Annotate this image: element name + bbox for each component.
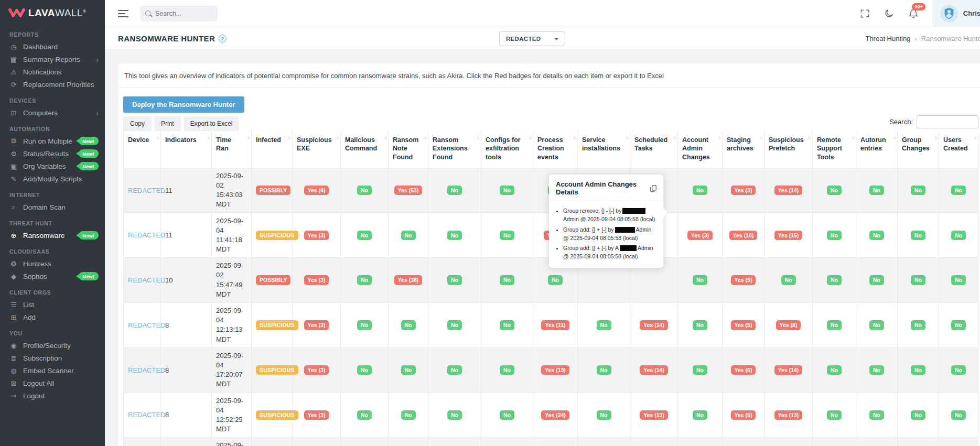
- status-badge-alert[interactable]: Yes (11): [541, 320, 569, 330]
- status-badge-alert[interactable]: Yes (38): [394, 275, 423, 285]
- notifications-bell-icon[interactable]: 99+: [908, 8, 919, 19]
- copy-icon[interactable]: [650, 185, 656, 192]
- sidebar-item-logout-all[interactable]: ⊠Logout All: [0, 377, 105, 389]
- device-link[interactable]: REDACTED: [128, 231, 166, 239]
- sort-icon[interactable]: ↑↓: [384, 135, 386, 142]
- status-badge-alert[interactable]: Yes (53): [394, 186, 423, 195]
- status-badge-alert[interactable]: Yes (3): [304, 275, 329, 285]
- sidebar-item-list[interactable]: ☰List: [0, 298, 105, 311]
- device-link[interactable]: REDACTED: [128, 366, 166, 374]
- status-badge-alert[interactable]: Yes (3): [304, 231, 329, 241]
- sidebar-item-org-variables[interactable]: ▣Org VariablesNew!: [0, 160, 105, 172]
- copy-button[interactable]: Copy: [123, 116, 152, 131]
- sidebar-item-computers[interactable]: ⊡Computers›: [0, 106, 105, 119]
- sidebar-item-profile-security[interactable]: ◉Profile/Security: [0, 339, 105, 352]
- status-badge-alert[interactable]: Yes (5): [731, 320, 756, 330]
- status-badge-alert[interactable]: Yes (14): [774, 186, 803, 195]
- status-badge-alert[interactable]: Yes (8): [776, 320, 801, 330]
- sort-icon[interactable]: ↑↓: [974, 135, 976, 142]
- org-dropdown[interactable]: REDACTED: [499, 31, 565, 46]
- status-badge-alert[interactable]: SUSPICIOUS: [256, 231, 298, 241]
- status-badge-alert[interactable]: Yes (3): [687, 231, 713, 241]
- global-search[interactable]: [140, 6, 218, 21]
- sidebar-item-dashboard[interactable]: ◷Dashboard: [0, 40, 105, 53]
- sort-icon[interactable]: ↑↓: [207, 135, 210, 142]
- status-badge-alert[interactable]: Yes (13): [541, 365, 569, 375]
- dark-mode-moon-icon[interactable]: [884, 8, 894, 18]
- column-header-infected[interactable]: Infected↑↓: [252, 131, 293, 168]
- sort-icon[interactable]: ↑↓: [529, 135, 531, 142]
- sort-icon[interactable]: ↑↓: [156, 135, 159, 142]
- column-header-autorun-entries[interactable]: Autorun entries↑↓: [856, 131, 898, 168]
- column-header-suspicious-prefetch[interactable]: Suspicious Prefetch↑↓: [764, 131, 813, 168]
- sidebar-item-embed-scanner[interactable]: ◍Embed Scanner: [0, 364, 105, 377]
- column-header-remote-support-tools[interactable]: Remote Support Tools↑↓: [813, 131, 856, 168]
- column-header-staging-archives[interactable]: Staging archives↑↓: [723, 131, 764, 168]
- sort-icon[interactable]: ↑↓: [626, 135, 628, 142]
- deploy-ransomware-hunter-button[interactable]: Deploy the Ransomware Hunter: [123, 96, 244, 113]
- user-menu[interactable]: Chris: [932, 0, 980, 27]
- status-badge-alert[interactable]: Yes (3): [731, 186, 756, 195]
- column-header-users-created[interactable]: Users Created↑↓: [939, 131, 978, 168]
- column-header-scheduled-tasks[interactable]: Scheduled Tasks↑↓: [630, 131, 678, 168]
- sidebar-item-ransomware[interactable]: ⊕RansomwareNew!: [0, 229, 105, 242]
- column-header-malicious-command[interactable]: Malicious Command↑↓: [341, 131, 389, 168]
- status-badge-alert[interactable]: Yes (13): [774, 410, 803, 420]
- status-badge-alert[interactable]: Yes (15): [774, 231, 803, 241]
- status-badge-alert[interactable]: Yes (14): [640, 320, 668, 330]
- sidebar-item-sophos[interactable]: ◆SophosNew!: [0, 270, 105, 282]
- sidebar-item-huntress[interactable]: ❂Huntress: [0, 257, 105, 270]
- status-badge-alert[interactable]: Yes (4): [304, 186, 329, 195]
- status-badge-alert[interactable]: Yes (5): [731, 410, 756, 420]
- sort-icon[interactable]: ↑↓: [673, 135, 676, 142]
- status-badge-alert[interactable]: Yes (10): [729, 231, 758, 241]
- column-header-time-ran[interactable]: Time Ran↑↓: [212, 131, 252, 168]
- sort-icon[interactable]: ↑↓: [247, 135, 250, 142]
- status-badge-alert[interactable]: SUSPICIOUS: [256, 320, 298, 330]
- device-link[interactable]: REDACTED: [128, 411, 166, 419]
- status-badge-alert[interactable]: Yes (6): [731, 365, 756, 375]
- sidebar-item-status-results[interactable]: ⚙Status/ResultsNew!: [0, 147, 105, 160]
- device-link[interactable]: REDACTED: [128, 276, 166, 284]
- sidebar-item-add-modify-scripts[interactable]: ✎Add/Modify Scripts: [0, 172, 105, 185]
- sort-icon[interactable]: ↑↓: [852, 135, 854, 142]
- status-badge-alert[interactable]: SUSPICIOUS: [256, 365, 298, 375]
- column-header-suspicious-exe[interactable]: Suspicious EXE↑↓: [293, 131, 341, 168]
- column-header-process-creation-events[interactable]: Process Creation events↑↓: [533, 131, 578, 168]
- column-header-configs-for-exfiltration-tools[interactable]: Configs for exfiltration tools↑↓: [481, 131, 533, 168]
- status-badge-alert[interactable]: Yes (24): [541, 410, 569, 420]
- lavawall-logo[interactable]: LAVAWALL®: [0, 0, 105, 25]
- fullscreen-icon[interactable]: [860, 8, 870, 18]
- column-header-device[interactable]: Device↑↓: [124, 131, 161, 168]
- device-link[interactable]: REDACTED: [128, 321, 166, 329]
- global-search-input[interactable]: [155, 10, 212, 17]
- print-button[interactable]: Print: [154, 116, 181, 131]
- column-header-indicators[interactable]: Indicators↑↓: [161, 131, 212, 168]
- column-header-service-installations[interactable]: Service installations↑↓: [578, 131, 630, 168]
- status-badge-alert[interactable]: Yes (14): [640, 365, 668, 375]
- sort-icon[interactable]: ↑↓: [893, 135, 896, 142]
- status-badge-alert[interactable]: POSSIBLY: [256, 275, 290, 285]
- status-badge-alert[interactable]: SUSPICIOUS: [256, 410, 298, 420]
- sidebar-item-replacement-priorities[interactable]: ⟳Replacement Priorities: [0, 78, 105, 91]
- breadcrumb-parent[interactable]: Threat Hunting: [865, 35, 910, 42]
- sidebar-item-run-on-multiple[interactable]: ⧉Run on MultipleNew!: [0, 135, 105, 147]
- export-to-excel-button[interactable]: Export to Excel: [184, 116, 240, 131]
- sidebar-item-notifications[interactable]: ⚠Notifications: [0, 66, 105, 78]
- sidebar-item-logout[interactable]: ⇥Logout: [0, 389, 105, 402]
- device-link[interactable]: REDACTED: [128, 187, 166, 194]
- sort-icon[interactable]: ↑↓: [288, 135, 290, 142]
- sort-icon[interactable]: ↑↓: [760, 135, 762, 142]
- status-badge-alert[interactable]: Yes (3): [304, 410, 329, 420]
- status-badge-alert[interactable]: Yes (3): [304, 365, 329, 375]
- status-badge-alert[interactable]: Yes (14): [774, 365, 803, 375]
- status-badge-alert[interactable]: Yes (5): [731, 275, 756, 285]
- help-icon[interactable]: ?: [219, 35, 227, 42]
- sidebar-item-add[interactable]: ⊞Add: [0, 311, 105, 323]
- status-badge-alert[interactable]: POSSIBLY: [256, 186, 290, 195]
- sort-icon[interactable]: ↑↓: [424, 135, 426, 142]
- status-badge-alert[interactable]: Yes (13): [640, 410, 668, 420]
- table-search-input[interactable]: [917, 115, 978, 128]
- sort-icon[interactable]: ↑↓: [718, 135, 720, 142]
- sort-icon[interactable]: ↑↓: [808, 135, 811, 142]
